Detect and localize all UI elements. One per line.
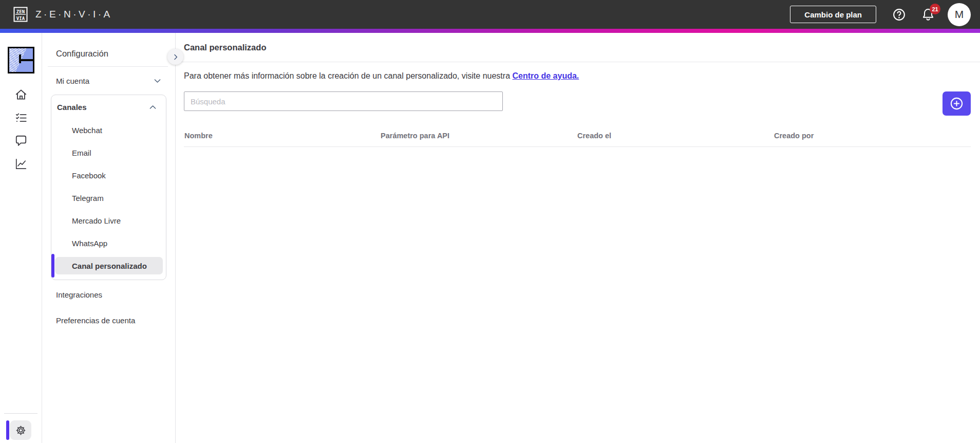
main-header: Canal personalizado (176, 33, 980, 62)
sidebar-item-preferencias[interactable]: Preferencias de cuenta (42, 309, 175, 331)
sidebar-item-my-account[interactable]: Mi cuenta (42, 69, 175, 92)
intro-text-span: Para obtener más información sobre la cr… (184, 71, 510, 80)
svg-text:ZEN: ZEN (16, 9, 25, 14)
column-header-parametro-api: Parámetro para API (381, 132, 577, 140)
avatar[interactable]: M (948, 3, 971, 26)
selected-indicator-bar (51, 254, 54, 278)
sidebar-item-webchat[interactable]: Webchat (51, 119, 166, 141)
zenvia-brand: ZEN VIA Z·E·N·V·I·A (12, 5, 112, 24)
rail-icons (14, 88, 28, 171)
svg-text:VIA: VIA (16, 16, 25, 21)
notifications-button[interactable]: 21 (921, 7, 935, 22)
column-header-creado-por: Creado por (774, 132, 971, 140)
tasks-nav-button[interactable] (14, 111, 28, 124)
sidebar-item-channels[interactable]: Canales (51, 95, 166, 119)
checklist-icon (14, 111, 28, 124)
chevron-down-icon (153, 77, 162, 85)
sidebar-item-telegram[interactable]: Telegram (51, 187, 166, 209)
chevron-right-icon (172, 53, 180, 61)
change-plan-button[interactable]: Cambio de plan (790, 6, 876, 23)
icon-rail (0, 33, 42, 443)
home-icon (14, 88, 28, 101)
sidebar-collapse-button[interactable] (167, 49, 183, 65)
plus-circle-icon (949, 96, 964, 111)
sidebar-item-facebook[interactable]: Facebook (51, 164, 166, 187)
rail-bottom (0, 413, 42, 443)
help-button[interactable] (892, 7, 907, 22)
toolbar (184, 91, 971, 116)
table-header-row: Nombre Parámetro para API Creado el Crea… (184, 132, 971, 147)
column-header-creado-el: Creado el (577, 132, 774, 140)
page-title: Canal personalizado (184, 43, 266, 52)
help-icon (892, 7, 907, 22)
conversations-nav-button[interactable] (14, 134, 28, 147)
chevron-up-icon (148, 103, 157, 112)
channels-accordion: Canales Webchat Email Facebook Telegram … (51, 95, 166, 280)
settings-row (0, 414, 42, 443)
settings-nav-button[interactable] (10, 420, 31, 440)
help-center-link[interactable]: Centro de ayuda. (512, 71, 579, 80)
app-layout: Configuración Mi cuenta Canales Webchat … (0, 33, 980, 443)
chart-icon (14, 157, 28, 171)
column-header-nombre: Nombre (184, 132, 381, 140)
sidebar-item-integraciones[interactable]: Integraciones (42, 283, 175, 306)
add-channel-button[interactable] (943, 91, 971, 116)
channels-label: Canales (57, 103, 87, 112)
brand-gradient-strip (0, 29, 980, 33)
chat-icon (14, 134, 28, 147)
topbar: ZEN VIA Z·E·N·V·I·A Cambio de plan 21 M (0, 0, 980, 29)
sidebar-item-email[interactable]: Email (51, 141, 166, 164)
sidebar-title: Configuración (56, 49, 175, 59)
home-nav-button[interactable] (14, 88, 28, 101)
search-input[interactable] (184, 91, 503, 111)
sidebar-item-canal-personalizado[interactable]: Canal personalizado (51, 254, 166, 277)
settings-sidebar: Configuración Mi cuenta Canales Webchat … (42, 33, 176, 443)
sidebar-divider (48, 66, 168, 67)
brand-text: Z·E·N·V·I·A (35, 9, 112, 20)
sidebar-item-whatsapp[interactable]: WhatsApp (51, 232, 166, 254)
table-body (184, 147, 971, 168)
analytics-nav-button[interactable] (14, 157, 28, 171)
intro-text: Para obtener más información sobre la cr… (184, 71, 971, 81)
my-account-label: Mi cuenta (56, 77, 89, 85)
workspace-logo[interactable] (8, 47, 34, 73)
zenvia-logo-icon: ZEN VIA (12, 5, 29, 24)
main-body: Para obtener más información sobre la cr… (176, 71, 980, 168)
main-content: Canal personalizado Para obtener más inf… (176, 33, 980, 443)
sidebar-item-mercado-livre[interactable]: Mercado Livre (51, 209, 166, 232)
gear-icon (14, 424, 27, 437)
notification-badge: 21 (930, 4, 940, 14)
settings-active-indicator (6, 420, 9, 440)
